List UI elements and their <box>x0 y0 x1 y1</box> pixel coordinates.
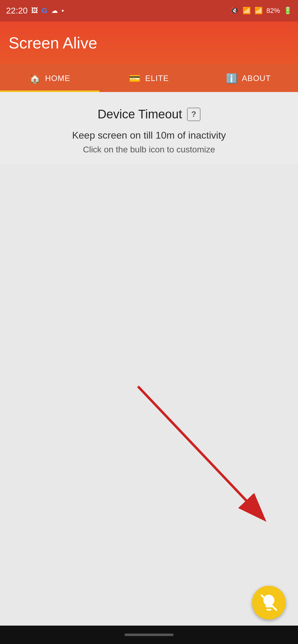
tab-home-label: HOME <box>45 74 70 83</box>
signal-icon: 📶 <box>254 7 263 15</box>
main-content: Device Timeout ? Keep screen on till 10m… <box>0 92 298 164</box>
cloud-icon: ☁ <box>51 7 58 15</box>
status-bar: 22:20 🖼 G ☁ • 🔇 📶 📶 82% 🔋 <box>0 0 298 21</box>
arrow-annotation <box>0 368 298 552</box>
help-badge[interactable]: ? <box>187 108 201 121</box>
tab-elite-label: ELITE <box>145 74 169 83</box>
device-timeout-row: Device Timeout ? <box>97 107 201 121</box>
home-icon: 🏠 <box>29 73 41 84</box>
battery-icon: 🔋 <box>284 7 292 15</box>
dot-icon: • <box>62 7 64 15</box>
tab-elite[interactable]: 💳 ELITE <box>99 64 199 92</box>
help-badge-label: ? <box>191 109 196 119</box>
svg-line-1 <box>138 386 263 518</box>
device-timeout-title: Device Timeout <box>97 107 182 121</box>
tab-home[interactable]: 🏠 HOME <box>0 64 99 92</box>
fab-bulb-button[interactable] <box>252 586 286 619</box>
mute-icon: 🔇 <box>231 7 239 15</box>
card-icon: 💳 <box>129 73 141 84</box>
bulb-off-icon <box>259 593 278 612</box>
subtitle-text: Keep screen on till 10m of inactivity <box>72 130 226 141</box>
nav-bar <box>0 626 298 644</box>
status-time: 22:20 <box>6 6 28 16</box>
tab-about[interactable]: ℹ️ ABOUT <box>199 64 298 92</box>
info-icon: ℹ️ <box>226 73 238 84</box>
hint-text: Click on the bulb icon to customize <box>83 145 215 155</box>
battery-text: 82% <box>266 7 280 15</box>
g-icon: G <box>42 6 48 15</box>
image-icon: 🖼 <box>31 7 38 15</box>
tab-about-label: ABOUT <box>242 74 271 83</box>
status-bar-right: 🔇 📶 📶 82% 🔋 <box>231 7 292 15</box>
wifi-icon: 📶 <box>243 7 251 15</box>
status-bar-left: 22:20 🖼 G ☁ • <box>6 6 64 16</box>
app-title: Screen Alive <box>9 34 97 52</box>
nav-pill <box>124 634 174 636</box>
tab-bar: 🏠 HOME 💳 ELITE ℹ️ ABOUT <box>0 64 298 92</box>
app-bar: Screen Alive <box>0 21 298 64</box>
